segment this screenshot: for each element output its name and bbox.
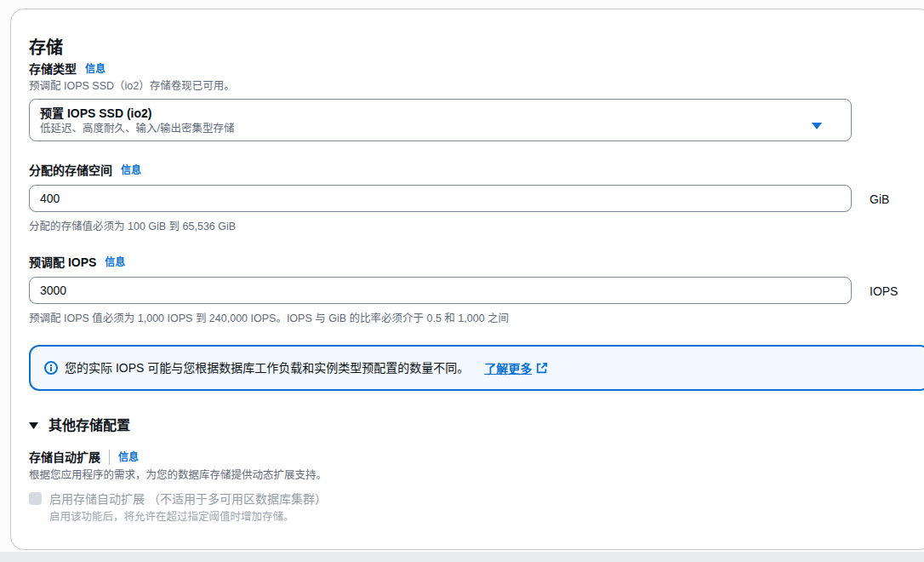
section-title: 存储 [29,37,63,58]
autoscaling-label: 存储自动扩展 [29,450,100,465]
autoscaling-checkbox-row: 启用存储自动扩展 （不适用于多可用区数据库集群） [29,491,327,507]
storage-type-label-row: 存储类型 信息 [29,61,106,77]
allocated-storage-label: 分配的存储空间 [29,163,112,178]
provisioned-iops-label: 预调配 IOPS [29,255,96,270]
storage-type-selected-description: 低延迟、高度耐久、输入/输出密集型存储 [40,122,817,136]
allocated-storage-constraint: 分配的存储值必须为 100 GiB 到 65,536 GiB [29,220,236,233]
rds-storage-settings-page: { "colors": { "accent_blue": "#0972d3", … [0,0,924,562]
caret-down-icon [812,118,822,124]
info-circle-icon [44,361,58,375]
allocated-storage-unit: GiB [870,192,889,207]
storage-type-info-link[interactable]: 信息 [85,62,106,76]
learn-more-link[interactable]: 了解更多 [484,359,548,376]
provisioned-iops-unit: IOPS [870,284,898,299]
autoscaling-checkbox-description: 启用该功能后，将允许在超过指定阈值时增加存储。 [49,510,294,524]
provisioned-iops-info-link[interactable]: 信息 [105,255,125,269]
storage-type-select[interactable]: 预置 IOPS SSD (io2) 低延迟、高度耐久、输入/输出密集型存储 [29,99,852,141]
autoscaling-info-link[interactable]: 信息 [118,450,139,464]
allocated-storage-info-link[interactable]: 信息 [121,163,141,177]
provisioned-iops-input[interactable] [29,277,852,304]
allocated-storage-input[interactable] [29,185,852,212]
autoscaling-description: 根据您应用程序的需求，为您的数据库存储提供动态扩展支持。 [29,468,327,482]
autoscaling-checkbox-label: 启用存储自动扩展 （不适用于多可用区数据库集群） [49,491,327,507]
learn-more-label: 了解更多 [484,359,532,376]
caret-down-filled-icon [29,422,38,429]
external-link-icon [536,362,548,374]
allocated-storage-label-row: 分配的存储空间 信息 [29,163,141,178]
iops-info-alert: 您的实际 IOPS 可能与您根据数据库工作负载和实例类型预配置的数量不同。 了解… [29,345,924,391]
storage-section-card: 存储 存储类型 信息 预调配 IOPS SSD（io2）存储卷现已可用。 预置 … [10,9,924,550]
page-background-strip [0,552,924,562]
autoscaling-label-row: 存储自动扩展 信息 [29,450,139,465]
storage-type-label: 存储类型 [29,61,77,77]
alert-message: 您的实际 IOPS 可能与您根据数据库工作负载和实例类型预配置的数量不同。 [65,359,469,376]
storage-type-selected-value: 预置 IOPS SSD (io2) [40,106,817,122]
provisioned-iops-constraint: 预调配 IOPS 值必须为 1,000 IOPS 到 240,000 IOPS。… [29,312,509,325]
additional-config-title: 其他存储配置 [48,417,130,434]
storage-type-description: 预调配 IOPS SSD（io2）存储卷现已可用。 [29,79,235,93]
provisioned-iops-label-row: 预调配 IOPS 信息 [29,255,125,270]
additional-config-expander[interactable]: 其他存储配置 [29,417,130,434]
label-divider [109,450,110,465]
autoscaling-checkbox[interactable] [29,492,42,505]
